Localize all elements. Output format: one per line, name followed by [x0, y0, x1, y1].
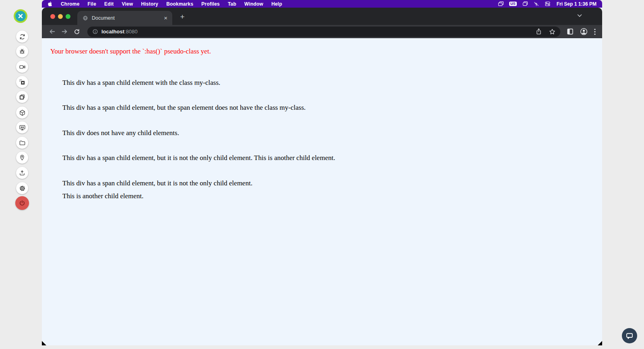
- menu-profiles[interactable]: Profiles: [197, 1, 224, 7]
- example-paragraph: This div has a span child element with t…: [62, 79, 220, 87]
- window-minimize-button[interactable]: [58, 14, 63, 19]
- menubar-clock[interactable]: Fri Sep 1 1:36 PM: [557, 1, 597, 7]
- upload-button[interactable]: [16, 167, 28, 179]
- screenshots-button[interactable]: [16, 91, 28, 103]
- close-icon: [18, 13, 23, 19]
- sync-icon: [19, 33, 26, 40]
- display-resize-button[interactable]: [16, 121, 28, 133]
- forward-icon[interactable]: [59, 27, 70, 37]
- location-button[interactable]: [16, 152, 28, 164]
- kebab-menu-icon[interactable]: [594, 29, 596, 35]
- side-panel-icon[interactable]: [567, 28, 574, 35]
- star-icon[interactable]: [549, 29, 555, 35]
- window-close-button[interactable]: [50, 14, 55, 19]
- macos-menubar: Chrome File Edit View History Bookmarks …: [42, 0, 602, 8]
- globe-icon: [83, 15, 88, 21]
- new-tab-button[interactable]: +: [177, 12, 188, 22]
- url-host: localhost: [101, 29, 124, 35]
- tab-close-icon[interactable]: ×: [163, 15, 168, 21]
- screen-record-button[interactable]: [16, 61, 28, 73]
- debug-button[interactable]: [16, 45, 28, 57]
- chat-bubble-icon: [625, 331, 634, 340]
- menu-file[interactable]: File: [84, 1, 100, 7]
- monitor-resize-icon: [19, 124, 26, 131]
- bug-icon: [19, 48, 25, 55]
- package-button[interactable]: [16, 107, 28, 119]
- menu-history[interactable]: History: [137, 1, 162, 7]
- map-pin-icon: [19, 154, 25, 161]
- stacked-windows-icon[interactable]: [522, 1, 528, 6]
- menu-tab[interactable]: Tab: [224, 1, 240, 7]
- address-bar[interactable]: localhost:8080: [87, 27, 560, 37]
- example-paragraph: This div has a span child element, but t…: [62, 104, 305, 112]
- web-page: Your browser doesn't support the `:has()…: [42, 38, 602, 345]
- back-icon[interactable]: [47, 27, 57, 37]
- site-info-icon[interactable]: [92, 29, 98, 35]
- sync-button[interactable]: [16, 31, 28, 43]
- url-port: :8080: [124, 29, 138, 35]
- cube-icon: [19, 109, 26, 116]
- wifi-off-icon[interactable]: [533, 1, 539, 6]
- power-button[interactable]: [15, 196, 29, 210]
- menu-window[interactable]: Window: [240, 1, 267, 7]
- browser-toolbar: localhost:8080: [42, 25, 602, 38]
- close-session-button[interactable]: [14, 9, 27, 23]
- reload-icon[interactable]: [72, 27, 82, 37]
- menu-help[interactable]: Help: [267, 1, 286, 7]
- crop-region-icon: [19, 79, 25, 85]
- gear-icon: [19, 185, 26, 192]
- apple-menu-icon[interactable]: [47, 1, 53, 7]
- power-icon: [19, 199, 26, 207]
- has-unsupported-warning: Your browser doesn't support the `:has()…: [50, 47, 211, 55]
- resize-grip-right[interactable]: [598, 341, 602, 345]
- example-paragraph: This is another child element.: [62, 192, 144, 200]
- region-select-button[interactable]: [16, 76, 28, 88]
- remote-screen: Chrome File Edit View History Bookmarks …: [42, 0, 602, 345]
- tab-search-chevron-icon[interactable]: [577, 14, 582, 17]
- keyboard-layout-badge[interactable]: US: [509, 2, 517, 6]
- resize-grip-left[interactable]: [42, 341, 46, 345]
- menu-bookmarks[interactable]: Bookmarks: [162, 1, 197, 7]
- menu-edit[interactable]: Edit: [100, 1, 118, 7]
- menu-view[interactable]: View: [118, 1, 137, 7]
- tab-title: Document: [92, 15, 163, 21]
- chat-button[interactable]: [622, 328, 637, 343]
- menubar-app-name[interactable]: Chrome: [57, 1, 84, 7]
- tab-strip: Document × +: [42, 8, 602, 25]
- video-camera-icon: [19, 64, 26, 70]
- profile-icon[interactable]: [580, 28, 588, 35]
- copies-icon: [19, 94, 25, 100]
- example-paragraph: This div has a span child element, but i…: [62, 154, 335, 162]
- example-paragraph: This div does not have any child element…: [62, 129, 179, 137]
- folder-icon: [19, 140, 26, 146]
- screen-mirror-icon[interactable]: [498, 1, 504, 6]
- tab-document[interactable]: Document ×: [77, 11, 172, 25]
- switches-icon[interactable]: [545, 1, 551, 6]
- upload-icon: [19, 170, 25, 176]
- example-paragraph: This div has a span child element, but i…: [62, 179, 252, 187]
- files-button[interactable]: [16, 137, 28, 149]
- settings-button[interactable]: [16, 182, 28, 194]
- share-icon[interactable]: [536, 28, 542, 35]
- window-zoom-button[interactable]: [66, 14, 70, 19]
